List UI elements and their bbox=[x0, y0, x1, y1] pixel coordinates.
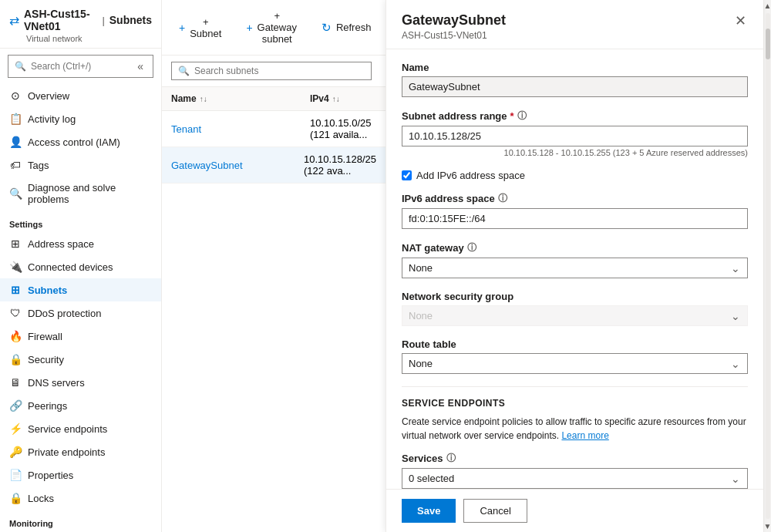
panel-subtitle: ASH-Cust15-VNet01 bbox=[402, 30, 748, 41]
sidebar-search-box[interactable]: 🔍 « bbox=[8, 55, 153, 78]
table-header: Name ↑↓ IPv4 ↑↓ bbox=[162, 87, 386, 111]
collapse-button[interactable]: « bbox=[134, 59, 146, 74]
sidebar-search-input[interactable] bbox=[31, 61, 130, 72]
ipv6-checkbox[interactable] bbox=[402, 170, 412, 180]
nav-label-address-space: Address space bbox=[28, 238, 94, 250]
nav-label-tags: Tags bbox=[28, 160, 49, 171]
nav-item-overview[interactable]: ⊙ Overview bbox=[0, 84, 161, 107]
name-input[interactable] bbox=[402, 76, 748, 97]
services-info-icon[interactable]: ⓘ bbox=[446, 452, 456, 465]
nav-label-subnets: Subnets bbox=[28, 285, 67, 296]
resource-type: Virtual network bbox=[26, 34, 152, 43]
panel-footer: Save Cancel bbox=[386, 489, 763, 532]
locks-icon: 🔒 bbox=[9, 492, 22, 504]
nav-label-dns: DNS servers bbox=[28, 377, 85, 389]
gateway-subnet-button[interactable]: + + Gateway subnet bbox=[238, 6, 305, 49]
panel-title: GatewaySubnet bbox=[402, 12, 748, 29]
route-table-group: Route table None bbox=[402, 338, 748, 374]
subnet-name-tenant[interactable]: Tenant bbox=[171, 123, 201, 135]
ipv6-space-input[interactable] bbox=[402, 208, 748, 229]
gateway-subnet-label: + Gateway subnet bbox=[258, 10, 297, 45]
cancel-button[interactable]: Cancel bbox=[463, 499, 527, 523]
subnets-search-input[interactable] bbox=[194, 66, 365, 76]
access-control-icon: 👤 bbox=[9, 136, 22, 148]
more-options-button[interactable]: ··· bbox=[380, 19, 386, 36]
table-row[interactable]: Tenant 10.10.15.0/25 (121 availa... bbox=[162, 111, 386, 147]
sidebar-item-locks[interactable]: 🔒 Locks bbox=[0, 487, 161, 510]
sidebar-item-security[interactable]: 🔒 Security bbox=[0, 348, 161, 371]
sidebar-item-properties[interactable]: 📄 Properties bbox=[0, 463, 161, 487]
subnets-search-icon: 🔍 bbox=[178, 66, 190, 76]
close-panel-button[interactable]: ✕ bbox=[730, 11, 751, 31]
monitoring-section-label: Monitoring bbox=[0, 510, 161, 531]
nat-gateway-select[interactable]: None bbox=[402, 258, 748, 278]
services-label: Services ⓘ bbox=[402, 452, 748, 465]
ipv6-checkbox-label[interactable]: Add IPv6 address space bbox=[416, 170, 525, 181]
ipv6-space-label: IPv6 address space ⓘ bbox=[402, 192, 748, 205]
save-button[interactable]: Save bbox=[402, 499, 456, 523]
sidebar-item-peerings[interactable]: 🔗 Peerings bbox=[0, 394, 161, 417]
subnet-range-input[interactable] bbox=[402, 126, 748, 146]
ipv6-space-info-icon[interactable]: ⓘ bbox=[498, 192, 507, 205]
ipv6-checkbox-row: Add IPv6 address space bbox=[402, 170, 748, 181]
sidebar-item-firewall[interactable]: 🔥 Firewall bbox=[0, 325, 161, 348]
nav-label-service-endpoints: Service endpoints bbox=[28, 423, 107, 435]
subnet-range-hint: 10.10.15.128 - 10.10.15.255 (123 + 5 Azu… bbox=[402, 148, 748, 157]
name-label: Name bbox=[402, 62, 748, 73]
nav-item-activity-log[interactable]: 📋 Activity log bbox=[0, 107, 161, 130]
sidebar-item-service-endpoints[interactable]: ⚡ Service endpoints bbox=[0, 417, 161, 440]
properties-icon: 📄 bbox=[9, 469, 22, 481]
route-table-select[interactable]: None bbox=[402, 353, 748, 374]
nav-label-peerings: Peerings bbox=[28, 400, 67, 412]
nav-item-tags[interactable]: 🏷 Tags bbox=[0, 153, 161, 177]
nsg-select[interactable]: None bbox=[402, 305, 748, 326]
nat-gateway-select-wrapper: None bbox=[402, 258, 748, 278]
main-content: + + Subnet + + Gateway subnet ↻ Refresh … bbox=[162, 0, 386, 532]
scroll-thumb[interactable] bbox=[766, 29, 770, 59]
nav-label-activity-log: Activity log bbox=[28, 113, 76, 125]
panel-scrollable: Name Subnet address range * ⓘ 10.10.15.1… bbox=[386, 49, 763, 489]
services-select[interactable]: 0 selected bbox=[402, 468, 748, 489]
table-row[interactable]: GatewaySubnet 10.10.15.128/25 (122 ava..… bbox=[162, 147, 386, 184]
page-title: Subnets bbox=[109, 14, 152, 26]
add-subnet-label: + Subnet bbox=[190, 16, 221, 39]
main-toolbar: + + Subnet + + Gateway subnet ↻ Refresh … bbox=[162, 0, 386, 56]
subnet-range-label: Subnet address range * ⓘ bbox=[402, 109, 748, 123]
nav-item-diagnose[interactable]: 🔍 Diagnose and solve problems bbox=[0, 177, 161, 210]
nat-gateway-group: NAT gateway ⓘ None bbox=[402, 241, 748, 278]
sidebar: ⇄ ASH-Cust15-VNet01 | Subnets Virtual ne… bbox=[0, 0, 162, 532]
service-endpoints-heading: SERVICE ENDPOINTS bbox=[402, 398, 748, 409]
nat-gateway-info-icon[interactable]: ⓘ bbox=[467, 241, 476, 254]
refresh-icon: ↻ bbox=[322, 21, 332, 35]
refresh-button[interactable]: ↻ Refresh bbox=[314, 17, 379, 39]
col-ipv4-label: IPv4 bbox=[310, 93, 329, 104]
scroll-up-arrow[interactable]: ▲ bbox=[764, 2, 771, 10]
sidebar-item-private-endpoints[interactable]: 🔑 Private endpoints bbox=[0, 440, 161, 463]
security-icon: 🔒 bbox=[9, 353, 22, 365]
ipv4-sort-icon[interactable]: ↑↓ bbox=[332, 95, 340, 103]
nsg-label: Network security group bbox=[402, 291, 748, 302]
diagnose-icon: 🔍 bbox=[9, 187, 22, 200]
sidebar-item-ddos[interactable]: 🛡 DDoS protection bbox=[0, 301, 161, 325]
learn-more-link[interactable]: Learn more bbox=[561, 430, 608, 441]
add-subnet-button[interactable]: + + Subnet bbox=[171, 12, 229, 43]
nav-label-access-control: Access control (IAM) bbox=[28, 136, 120, 148]
scroll-down-arrow[interactable]: ▼ bbox=[764, 522, 771, 530]
name-group: Name bbox=[402, 62, 748, 97]
subnet-name-gateway[interactable]: GatewaySubnet bbox=[171, 160, 243, 171]
sidebar-item-dns[interactable]: 🖥 DNS servers bbox=[0, 371, 161, 394]
route-table-select-wrapper: None bbox=[402, 353, 748, 374]
settings-section-label: Settings bbox=[0, 210, 161, 232]
services-group: Services ⓘ 0 selected bbox=[402, 452, 748, 489]
resource-name: ASH-Cust15-VNet01 bbox=[24, 8, 97, 32]
dns-icon: 🖥 bbox=[9, 376, 22, 389]
required-marker: * bbox=[510, 110, 514, 122]
name-sort-icon[interactable]: ↑↓ bbox=[200, 95, 207, 103]
vnet-icon: ⇄ bbox=[9, 13, 19, 28]
subnet-range-info-icon[interactable]: ⓘ bbox=[517, 109, 527, 123]
sidebar-item-subnets[interactable]: ⊞ Subnets bbox=[0, 278, 161, 301]
sidebar-item-address-space[interactable]: ⊞ Address space bbox=[0, 232, 161, 255]
nav-item-access-control[interactable]: 👤 Access control (IAM) bbox=[0, 130, 161, 153]
firewall-icon: 🔥 bbox=[9, 330, 22, 342]
sidebar-item-connected-devices[interactable]: 🔌 Connected devices bbox=[0, 255, 161, 278]
